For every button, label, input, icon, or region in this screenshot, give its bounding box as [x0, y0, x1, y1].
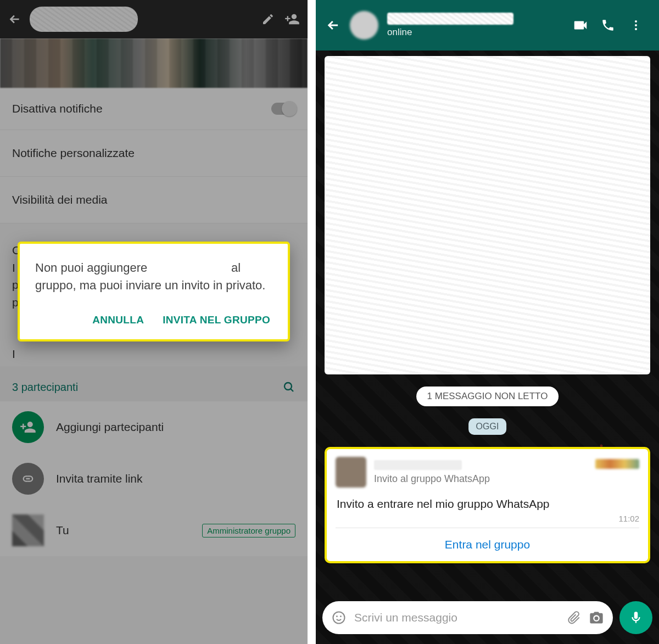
mute-label: Disattiva notifiche	[12, 102, 103, 115]
admin-badge: Amministratore gruppo	[202, 524, 295, 537]
group-settings-list: Disattiva notifiche Notifiche personaliz…	[0, 88, 308, 223]
svg-point-1	[635, 20, 637, 23]
add-participants-row[interactable]: Aggiungi partecipanti	[0, 401, 308, 453]
more-menu-icon[interactable]	[629, 19, 649, 32]
older-message-redacted	[325, 56, 650, 374]
voice-record-button[interactable]	[619, 601, 652, 634]
cannot-add-dialog: Non puoi aggiungere al gruppo, ma puoi i…	[18, 242, 290, 341]
edit-icon[interactable]	[261, 13, 277, 26]
group-name-redacted	[374, 460, 462, 470]
participants-count: 3 partecipanti	[12, 381, 78, 394]
cancel-button[interactable]: ANNULLA	[92, 314, 144, 326]
contact-title-area[interactable]: online	[387, 13, 563, 38]
video-call-icon[interactable]	[572, 17, 592, 33]
chat-header: online	[316, 0, 659, 51]
group-name-redacted	[30, 7, 138, 32]
dialog-message: Non puoi aggiungere al gruppo, ma puoi i…	[35, 259, 272, 294]
screenshot-chat: online 1 MESSAGGIO NON LETTO OGGI Invito…	[316, 0, 659, 644]
participant-you-row[interactable]: Tu Amministratore gruppo	[0, 505, 308, 556]
custom-notif-label: Notifiche personalizzate	[12, 147, 135, 160]
mute-notifications-row[interactable]: Disattiva notifiche	[0, 88, 308, 130]
message-placeholder: Scrivi un messaggio	[354, 611, 559, 624]
invite-subtitle: Invito al gruppo WhatsApp	[374, 473, 588, 485]
svg-point-3	[635, 28, 637, 30]
contact-status: online	[387, 27, 563, 38]
media-visibility-row[interactable]: Visibilità dei media	[0, 177, 308, 223]
back-icon[interactable]	[326, 18, 341, 33]
add-person-icon[interactable]	[284, 12, 300, 27]
camera-icon[interactable]	[589, 610, 604, 625]
invite-link-label: Invita tramite link	[56, 472, 143, 485]
group-avatar	[336, 457, 366, 488]
screenshot-group-info: Disattiva notifiche Notifiche personaliz…	[0, 0, 308, 644]
group-info-header	[0, 0, 308, 38]
svg-point-0	[284, 383, 292, 390]
invite-to-group-button[interactable]: INVITA NEL GRUPPO	[163, 314, 270, 326]
search-participants-icon[interactable]	[282, 380, 295, 394]
svg-point-6	[340, 615, 342, 617]
media-vis-label: Visibilità dei media	[12, 193, 108, 206]
message-composer: Scrivi un messaggio	[322, 601, 652, 634]
contact-avatar[interactable]	[350, 11, 378, 40]
unread-messages-pill: 1 MESSAGGIO NON LETTO	[416, 387, 559, 406]
add-person-circle-icon	[12, 411, 44, 443]
svg-point-5	[336, 615, 338, 617]
participants-header: 3 partecipanti	[0, 373, 308, 401]
add-participants-label: Aggiungi partecipanti	[56, 421, 164, 434]
custom-notifications-row[interactable]: Notifiche personalizzate	[0, 130, 308, 177]
message-time: 11:02	[336, 514, 639, 528]
date-pill: OGGI	[468, 418, 507, 435]
invite-link-row[interactable]: Invita tramite link	[0, 453, 308, 505]
emoji-icon[interactable]	[331, 610, 347, 625]
mute-toggle[interactable]	[271, 103, 295, 115]
participants-preview	[595, 459, 639, 469]
participants-section: 3 partecipanti Aggiungi partecipanti Inv…	[0, 366, 308, 556]
attach-icon[interactable]	[567, 611, 581, 625]
group-cover-photo	[0, 38, 308, 88]
invite-body: Invito a entrare nel mio gruppo WhatsApp	[336, 488, 639, 514]
participant-you-label: Tu	[56, 524, 69, 537]
join-group-button[interactable]: Entra nel gruppo	[336, 528, 639, 561]
avatar	[12, 514, 44, 546]
voice-call-icon[interactable]	[601, 18, 621, 32]
svg-point-4	[333, 612, 345, 624]
message-input[interactable]: Scrivi un messaggio	[322, 601, 613, 634]
group-invite-message[interactable]: Invito al gruppo WhatsApp Invito a entra…	[325, 447, 650, 563]
back-icon[interactable]	[8, 12, 22, 26]
svg-point-2	[635, 24, 637, 26]
link-circle-icon	[12, 463, 44, 495]
contact-name-redacted	[387, 13, 513, 25]
